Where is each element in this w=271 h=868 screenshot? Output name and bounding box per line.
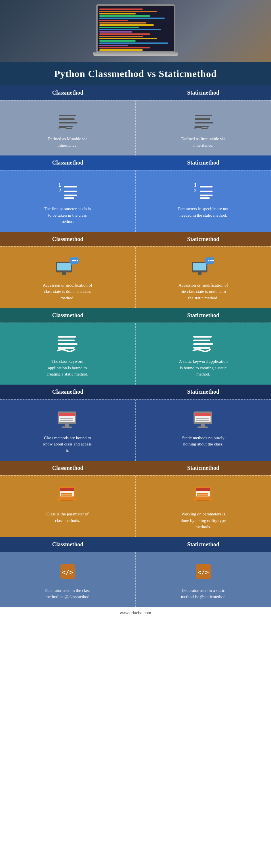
staticmethod-body-6: Working on parameters is done by taking … [136, 476, 271, 537]
staticmethod-header-5: Staticmethod [136, 384, 271, 399]
classmethod-text-2: The first parameter as cls is to be take… [42, 206, 93, 225]
classmethod-body-4: The class keyword application is bound t… [0, 323, 136, 384]
classmethod-text-6: Class is the parameter of class methods. [42, 511, 93, 524]
classmethod-header-3: Classmethod [0, 232, 136, 246]
staticmethod-icon-6 [190, 484, 216, 507]
staticmethod-icon-1 [190, 109, 216, 132]
svg-rect-48 [60, 420, 73, 421]
svg-rect-47 [60, 418, 73, 419]
section-body-4: The class keyword application is bound t… [0, 322, 271, 384]
staticmethod-body-5: Static methods no purely nothing about t… [136, 400, 271, 461]
section-body-1: Defined as Mutable via inheritance.Defin… [0, 100, 271, 155]
staticmethod-icon-7: </> [190, 561, 216, 583]
section-body-6: Class is the parameter of class methods.… [0, 475, 271, 537]
staticmethod-header-4: Staticmethod [136, 308, 271, 322]
svg-point-34 [210, 260, 212, 261]
comparison-section-3: ClassmethodStaticmethodAccession or modi… [0, 232, 271, 308]
section-header-1: ClassmethodStaticmethod [0, 86, 271, 100]
svg-text:2: 2 [194, 188, 197, 193]
comparison-section-4: ClassmethodStaticmethodThe class keyword… [0, 308, 271, 384]
svg-rect-1 [59, 118, 75, 120]
sections-container: ClassmethodStaticmethodDefined as Mutabl… [0, 86, 271, 607]
svg-rect-4 [195, 115, 212, 116]
svg-rect-13 [64, 197, 74, 199]
classmethod-icon-1 [55, 109, 80, 132]
staticmethod-text-3: Accession or modification of the class s… [178, 282, 229, 301]
svg-rect-61 [61, 493, 72, 494]
svg-rect-36 [58, 336, 76, 338]
classmethod-text-3: Accession or modification of class state… [42, 282, 93, 301]
svg-rect-30 [198, 273, 201, 275]
svg-rect-67 [196, 488, 210, 491]
page-title: Python Classmethod vs Staticmethod [8, 68, 263, 79]
svg-rect-18 [200, 194, 213, 196]
svg-rect-29 [193, 263, 206, 271]
svg-rect-37 [58, 340, 75, 341]
comparison-section-2: ClassmethodStaticmethod12The first param… [0, 155, 271, 232]
svg-rect-22 [62, 273, 66, 275]
staticmethod-header-2: Staticmethod [136, 155, 271, 170]
svg-rect-0 [59, 115, 76, 116]
svg-rect-17 [200, 191, 213, 192]
svg-text:</>: </> [62, 569, 73, 576]
title-bar: Python Classmethod vs Staticmethod [0, 62, 271, 86]
classmethod-body-2: 12The first parameter as cls is to be ta… [0, 170, 136, 232]
section-body-3: Accession or modification of class state… [0, 246, 271, 308]
classmethod-icon-3 [55, 255, 80, 278]
svg-rect-68 [197, 493, 208, 494]
svg-rect-46 [59, 413, 75, 416]
section-body-7: </>Decorator used in the class method is… [0, 552, 271, 607]
section-body-5: Class methods are bound to know about cl… [0, 399, 271, 461]
staticmethod-text-2: Parameters in specific are not needed in… [178, 206, 229, 218]
svg-rect-5 [195, 118, 210, 120]
svg-rect-2 [59, 122, 78, 123]
svg-rect-7 [195, 126, 209, 127]
staticmethod-text-4: A static keyword application is bound to… [178, 358, 229, 377]
staticmethod-body-2: 12Parameters in specific are not needed … [136, 170, 271, 232]
svg-rect-19 [200, 197, 210, 199]
staticmethod-body-1: Defined as Immutable via inheritance. [136, 100, 271, 155]
svg-rect-57 [197, 427, 208, 428]
classmethod-text-5: Class methods are bound to know about cl… [42, 435, 93, 454]
classmethod-body-3: Accession or modification of class state… [0, 247, 136, 308]
svg-rect-11 [64, 191, 77, 192]
svg-rect-60 [60, 488, 74, 491]
section-header-7: ClassmethodStaticmethod [0, 537, 271, 552]
classmethod-body-6: Class is the parameter of class methods. [0, 476, 136, 537]
section-header-4: ClassmethodStaticmethod [0, 308, 271, 322]
classmethod-body-7: </>Decorator used in the class method is… [0, 552, 136, 607]
svg-rect-62 [61, 494, 72, 496]
staticmethod-icon-5 [190, 408, 216, 431]
staticmethod-body-4: A static keyword application is bound to… [136, 323, 271, 384]
svg-rect-40 [193, 336, 212, 338]
staticmethod-header-7: Staticmethod [136, 537, 271, 552]
classmethod-icon-2: 12 [55, 179, 80, 202]
classmethod-icon-5 [55, 408, 80, 431]
svg-rect-10 [64, 186, 77, 187]
svg-rect-21 [57, 263, 71, 271]
section-body-2: 12The first parameter as cls is to be ta… [0, 170, 271, 232]
staticmethod-text-1: Defined as Immutable via inheritance. [178, 136, 229, 148]
staticmethod-body-7: </>Decorator used in a static method is:… [136, 552, 271, 607]
comparison-section-6: ClassmethodStaticmethodClass is the para… [0, 461, 271, 537]
svg-rect-43 [193, 347, 210, 349]
svg-point-35 [212, 260, 214, 261]
svg-rect-56 [200, 424, 205, 427]
svg-rect-49 [65, 424, 69, 427]
svg-rect-42 [193, 343, 213, 345]
staticmethod-header-1: Staticmethod [136, 86, 271, 100]
svg-rect-41 [193, 340, 210, 341]
classmethod-body-1: Defined as Mutable via inheritance. [0, 100, 136, 155]
svg-text:1: 1 [58, 182, 61, 188]
staticmethod-text-5: Static methods no purely nothing about t… [178, 435, 229, 447]
staticmethod-header-3: Staticmethod [136, 232, 271, 246]
staticmethod-text-6: Working on parameters is done by taking … [178, 511, 229, 530]
classmethod-header-7: Classmethod [0, 537, 136, 552]
classmethod-header-4: Classmethod [0, 308, 136, 322]
svg-rect-53 [195, 413, 211, 416]
svg-rect-71 [197, 500, 209, 501]
classmethod-header-2: Classmethod [0, 155, 136, 170]
comparison-section-1: ClassmethodStaticmethodDefined as Mutabl… [0, 86, 271, 155]
staticmethod-body-3: Accession or modification of the class s… [136, 247, 271, 308]
comparison-section-7: ClassmethodStaticmethod</>Decorator used… [0, 537, 271, 607]
